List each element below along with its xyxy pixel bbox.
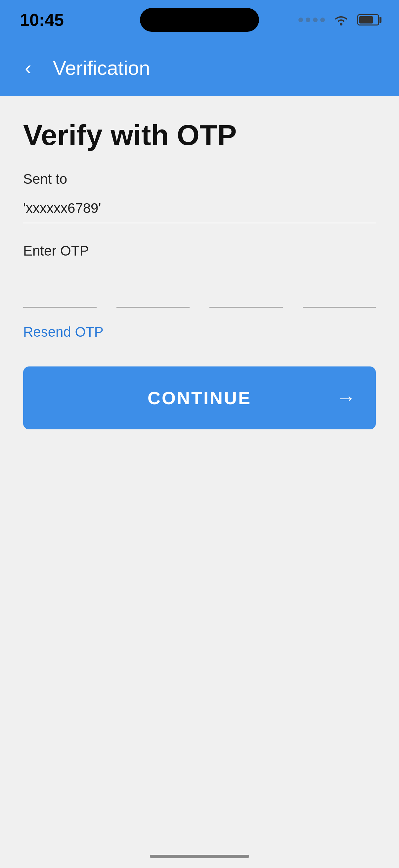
continue-button[interactable]: CONTINUE → — [23, 367, 376, 429]
back-arrow-icon: ‹ — [25, 58, 31, 78]
signal-icon — [298, 18, 325, 22]
otp-field-2-wrapper — [117, 279, 190, 308]
main-content: Verify with OTP Sent to Enter OTP Resend… — [0, 96, 399, 868]
otp-field-4-wrapper — [303, 279, 376, 308]
otp-field-4[interactable] — [303, 279, 376, 308]
enter-otp-label: Enter OTP — [23, 243, 376, 259]
nav-bar: ‹ Verification — [0, 40, 399, 96]
home-indicator — [150, 855, 249, 858]
otp-field-1-wrapper — [23, 279, 97, 308]
continue-arrow-icon: → — [336, 386, 356, 409]
phone-number-field[interactable] — [23, 197, 376, 223]
otp-field-2[interactable] — [117, 279, 190, 308]
otp-field-1[interactable] — [23, 279, 97, 308]
status-icons — [298, 13, 379, 26]
status-time: 10:45 — [20, 10, 64, 30]
dynamic-island — [140, 8, 259, 32]
nav-title: Verification — [53, 57, 150, 80]
page-heading: Verify with OTP — [23, 119, 376, 151]
otp-field-3-wrapper — [209, 279, 283, 308]
continue-label: CONTINUE — [147, 388, 252, 408]
battery-icon — [357, 14, 379, 26]
otp-input-group — [23, 279, 376, 308]
wifi-icon — [333, 13, 350, 26]
otp-field-3[interactable] — [209, 279, 283, 308]
back-button[interactable]: ‹ — [16, 56, 40, 80]
status-bar: 10:45 — [0, 0, 399, 40]
resend-otp-link[interactable]: Resend OTP — [23, 324, 104, 340]
sent-to-label: Sent to — [23, 171, 376, 187]
svg-point-0 — [340, 23, 342, 26]
